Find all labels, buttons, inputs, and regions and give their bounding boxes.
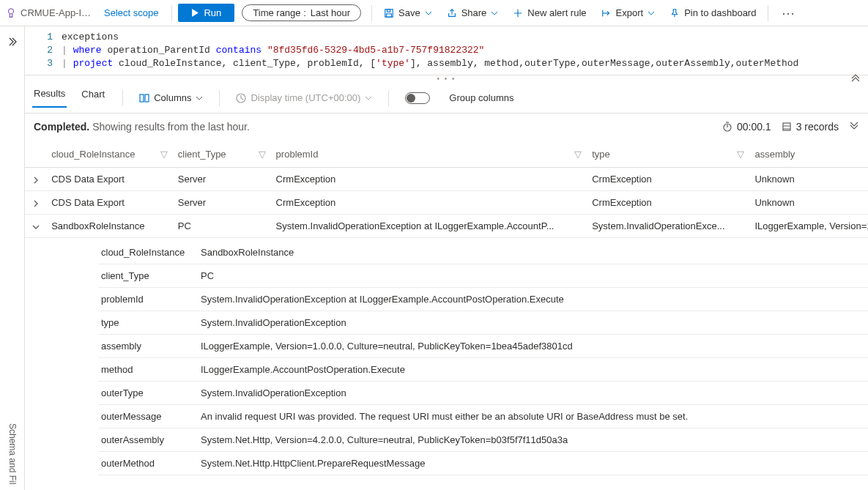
- divider: [768, 5, 768, 21]
- table-row[interactable]: SandboxRoleInstancePCSystem.InvalidOpera…: [25, 215, 868, 238]
- cell-problemid: CrmException: [272, 168, 588, 191]
- pin-button[interactable]: Pin to dashboard: [664, 4, 762, 21]
- clock-icon: [236, 93, 246, 103]
- svg-point-0: [9, 8, 14, 13]
- pin-icon: [669, 8, 680, 18]
- detail-row: client_TypePC: [98, 264, 868, 288]
- divider: [388, 90, 389, 106]
- cell-cloud-roleinstance: CDS Data Export: [47, 168, 174, 191]
- line-gutter: 123: [25, 26, 62, 75]
- status-row: Completed. Showing results from the last…: [25, 114, 868, 141]
- display-time-button[interactable]: Display time (UTC+00:00): [236, 92, 372, 103]
- tab-chart[interactable]: Chart: [80, 89, 106, 107]
- detail-key: problemId: [101, 294, 201, 305]
- col-assembly[interactable]: assembly: [750, 141, 868, 168]
- detail-value: ILoggerExample.AccountPostOperation.Exec…: [201, 364, 865, 375]
- filter-icon[interactable]: ▽: [160, 149, 168, 160]
- chevron-down-icon: [196, 94, 203, 102]
- detail-row: assemblyILoggerExample, Version=1.0.0.0,…: [98, 335, 868, 358]
- row-expand-icon[interactable]: [25, 191, 47, 215]
- group-columns-label[interactable]: Group columns: [449, 92, 513, 103]
- run-button[interactable]: Run: [178, 4, 234, 22]
- detail-value: System.InvalidOperationException at ILog…: [201, 294, 865, 305]
- code-area[interactable]: exceptions | where operation_ParentId co…: [62, 26, 868, 75]
- time-range-label: Time range :: [253, 7, 306, 18]
- detail-row: outerTypeSystem.InvalidOperationExceptio…: [98, 382, 868, 405]
- resize-handle[interactable]: • • •: [25, 75, 868, 83]
- select-scope-link[interactable]: Select scope: [104, 7, 158, 18]
- share-icon: [447, 8, 457, 18]
- pin-label: Pin to dashboard: [684, 7, 756, 18]
- expand-rail-icon[interactable]: [7, 35, 18, 47]
- schema-panel-label[interactable]: Schema and Fil: [7, 423, 18, 484]
- table-row[interactable]: CDS Data ExportServerCrmExceptionCrmExce…: [25, 168, 868, 191]
- col-client-type[interactable]: client_Type▽: [174, 141, 272, 168]
- detail-row: typeSystem.InvalidOperationException: [98, 311, 868, 335]
- filter-icon[interactable]: ▽: [574, 149, 582, 160]
- row-detail: cloud_RoleInstanceSandboxRoleInstancecli…: [25, 238, 868, 475]
- play-icon: [191, 9, 199, 17]
- detail-row: methodILoggerExample.AccountPostOperatio…: [98, 358, 868, 382]
- detail-row: outerMethodSystem.Net.Http.HttpClient.Pr…: [98, 452, 868, 475]
- share-button[interactable]: Share: [441, 4, 505, 21]
- divider: [122, 90, 123, 106]
- detail-row: outerMessageAn invalid request URI was p…: [98, 405, 868, 428]
- svg-rect-5: [145, 94, 149, 102]
- expand-status-icon[interactable]: [849, 122, 859, 132]
- detail-value: An invalid request URI was provided. The…: [201, 411, 865, 422]
- tab-results[interactable]: Results: [32, 88, 67, 108]
- detail-value: System.Net.Http.HttpClient.PrepareReques…: [201, 458, 865, 469]
- results-toolbar: Results Chart Columns Display time (UTC+…: [25, 83, 868, 114]
- app-insights-icon: [6, 8, 16, 18]
- app-title[interactable]: CRMUE-App-Insig...: [21, 7, 94, 18]
- collapse-editor-icon[interactable]: [850, 70, 861, 82]
- time-range-picker[interactable]: Time range : Last hour: [242, 4, 361, 21]
- detail-value: SandboxRoleInstance: [201, 247, 865, 258]
- cell-assembly: ILoggerExample, Version=1.0.: [750, 215, 868, 238]
- results-table: cloud_RoleInstance▽ client_Type▽ problem…: [25, 141, 868, 490]
- status-duration: 00:00.1: [722, 121, 771, 133]
- detail-value: System.Net.Http, Version=4.2.0.0, Cultur…: [201, 434, 865, 445]
- svg-rect-3: [387, 13, 392, 16]
- filter-icon[interactable]: ▽: [259, 149, 266, 160]
- chevron-down-icon: [365, 94, 372, 102]
- time-range-value: Last hour: [311, 7, 350, 18]
- status-records: 3 records: [782, 121, 839, 133]
- status-summary: Showing results from the last hour.: [92, 121, 250, 133]
- share-label: Share: [461, 7, 487, 18]
- group-columns-toggle[interactable]: [405, 92, 430, 104]
- row-expand-icon[interactable]: [25, 168, 47, 191]
- col-cloud-roleinstance[interactable]: cloud_RoleInstance▽: [47, 141, 174, 168]
- new-alert-button[interactable]: New alert rule: [507, 4, 592, 21]
- detail-row: cloud_RoleInstanceSandboxRoleInstance: [98, 241, 868, 264]
- stopwatch-icon: [722, 122, 732, 132]
- columns-label: Columns: [154, 92, 191, 103]
- svg-rect-2: [387, 9, 390, 12]
- save-button[interactable]: Save: [378, 4, 438, 21]
- table-row[interactable]: CDS Data ExportServerCrmExceptionCrmExce…: [25, 191, 868, 215]
- chevron-down-icon: [648, 10, 655, 17]
- status-completed: Completed.: [34, 121, 89, 133]
- run-label: Run: [204, 7, 221, 18]
- left-rail: Schema and Fil: [0, 26, 25, 490]
- detail-key: outerAssembly: [101, 434, 201, 445]
- detail-value: PC: [201, 270, 865, 281]
- divider: [371, 5, 372, 21]
- cell-client-type: Server: [174, 191, 272, 215]
- detail-key: assembly: [101, 341, 201, 352]
- detail-row: outerAssemblySystem.Net.Http, Version=4.…: [98, 428, 868, 452]
- columns-button[interactable]: Columns: [139, 92, 203, 103]
- cell-type: System.InvalidOperationExce...: [587, 215, 750, 238]
- detail-key: outerMethod: [101, 458, 201, 469]
- row-expand-icon[interactable]: [25, 215, 47, 238]
- filter-icon[interactable]: ▽: [737, 149, 744, 160]
- query-editor[interactable]: 123 exceptions | where operation_ParentI…: [25, 26, 868, 75]
- save-label: Save: [398, 7, 420, 18]
- col-type[interactable]: type▽: [587, 141, 750, 168]
- more-menu[interactable]: ⋯: [774, 5, 802, 21]
- cell-assembly: Unknown: [750, 168, 868, 191]
- col-problemid[interactable]: problemId▽: [272, 141, 588, 168]
- export-icon: [601, 8, 612, 18]
- cell-client-type: Server: [174, 168, 272, 191]
- export-button[interactable]: Export: [596, 4, 661, 21]
